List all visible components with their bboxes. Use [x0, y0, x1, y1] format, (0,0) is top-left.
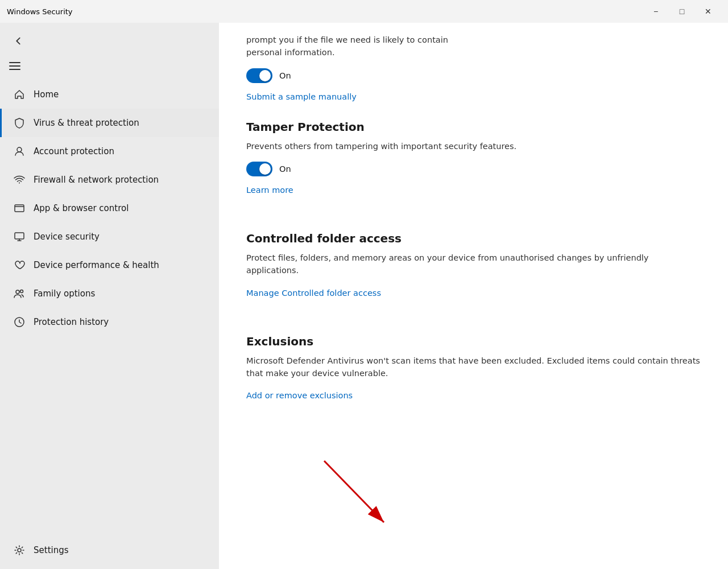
learn-more-link[interactable]: Learn more: [246, 185, 293, 195]
home-icon: [13, 88, 26, 101]
titlebar-title: Windows Security: [7, 7, 73, 16]
sidebar-item-firewall[interactable]: Firewall & network protection: [0, 166, 219, 194]
sidebar-item-device-perf[interactable]: Device performance & health: [0, 251, 219, 279]
svg-rect-5: [15, 233, 24, 239]
sidebar-item-label: Settings: [34, 545, 69, 555]
main-wrapper: prompt you if the file we need is likely…: [219, 23, 728, 569]
sidebar-top: [0, 27, 219, 59]
sidebar-item-label: App & browser control: [34, 203, 129, 213]
exclusions-section: Exclusions Microsoft Defender Antivirus …: [246, 316, 701, 401]
nav-list: Home Virus & threat protection: [0, 80, 219, 336]
svg-point-7: [20, 290, 23, 293]
gear-icon: [13, 544, 26, 556]
svg-rect-1: [9, 65, 20, 67]
submit-sample-link[interactable]: Submit a sample manually: [246, 92, 357, 101]
sidebar-item-home[interactable]: Home: [0, 80, 219, 109]
sidebar-item-device-security[interactable]: Device security: [0, 222, 219, 251]
app-window: Home Virus & threat protection: [0, 23, 728, 569]
toggle2-label: On: [279, 164, 291, 174]
exclusions-description: Microsoft Defender Antivirus won't scan …: [246, 355, 701, 380]
svg-point-6: [16, 290, 19, 294]
add-remove-exclusions-link[interactable]: Add or remove exclusions: [246, 391, 353, 400]
sidebar-item-label: Home: [34, 89, 59, 100]
intro-text: prompt you if the file we need is likely…: [246, 23, 701, 59]
svg-rect-0: [9, 62, 20, 63]
window-icon: [13, 202, 26, 215]
people-icon: [13, 287, 26, 300]
controlled-folder-section: Controlled folder access Protect files, …: [246, 213, 701, 298]
sidebar-item-virus[interactable]: Virus & threat protection: [0, 109, 219, 137]
controlled-folder-description: Protect files, folders, and memory areas…: [246, 252, 701, 277]
tamper-protection-section: Tamper Protection Prevents others from t…: [246, 102, 701, 196]
controlled-folder-title: Controlled folder access: [246, 232, 701, 245]
minimize-button[interactable]: −: [643, 2, 669, 20]
tamper-protection-description: Prevents others from tampering with impo…: [246, 141, 701, 153]
heart-icon: [13, 259, 26, 271]
toggle2-row: On: [246, 162, 701, 176]
close-button[interactable]: ✕: [695, 2, 721, 20]
sidebar-item-label: Firewall & network protection: [34, 175, 159, 185]
titlebar: Windows Security − □ ✕: [0, 0, 728, 23]
titlebar-controls: − □ ✕: [643, 2, 721, 20]
sidebar-item-label: Protection history: [34, 317, 109, 327]
sidebar-item-settings[interactable]: Settings: [0, 536, 219, 564]
svg-point-9: [18, 549, 21, 552]
svg-rect-2: [9, 69, 20, 70]
sidebar-item-label: Device performance & health: [34, 260, 159, 270]
sidebar-item-label: Virus & threat protection: [34, 118, 139, 128]
person-icon: [13, 145, 26, 158]
sidebar-item-label: Account protection: [34, 146, 114, 156]
sidebar: Home Virus & threat protection: [0, 23, 219, 569]
toggle1-row: On: [246, 68, 701, 83]
clock-icon: [13, 316, 26, 328]
toggle1-label: On: [279, 71, 291, 80]
sidebar-item-family[interactable]: Family options: [0, 279, 219, 308]
sidebar-item-label: Family options: [34, 288, 95, 299]
svg-point-3: [17, 147, 22, 152]
toggle1[interactable]: [246, 68, 272, 83]
sidebar-item-history[interactable]: Protection history: [0, 308, 219, 336]
shield-icon: [13, 117, 26, 129]
sidebar-item-app-browser[interactable]: App & browser control: [0, 194, 219, 222]
hamburger-button[interactable]: [9, 60, 20, 75]
main-content: prompt you if the file we need is likely…: [219, 23, 728, 569]
manage-controlled-folder-link[interactable]: Manage Controlled folder access: [246, 288, 381, 298]
wifi-icon: [13, 174, 26, 186]
sidebar-bottom: Settings: [0, 536, 219, 569]
svg-rect-4: [15, 205, 24, 212]
maximize-button[interactable]: □: [669, 2, 695, 20]
monitor-icon: [13, 230, 26, 243]
sidebar-item-account[interactable]: Account protection: [0, 137, 219, 166]
tamper-protection-title: Tamper Protection: [246, 120, 701, 134]
sidebar-item-label: Device security: [34, 232, 100, 242]
back-button[interactable]: [9, 32, 27, 50]
toggle2[interactable]: [246, 162, 272, 176]
exclusions-title: Exclusions: [246, 335, 701, 348]
